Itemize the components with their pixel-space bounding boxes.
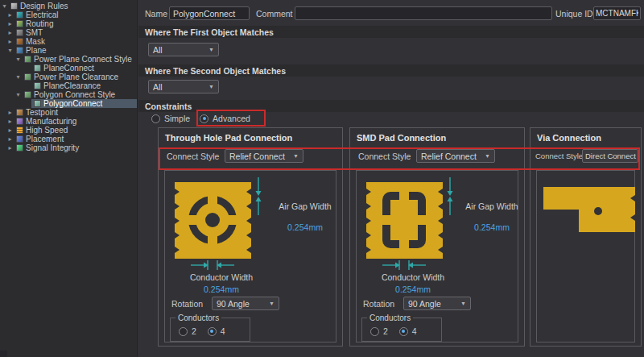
chevron-down-icon: ▼ <box>208 84 214 89</box>
rotation-dropdown[interactable]: 90 Angle ▼ <box>212 297 279 310</box>
chevron-down-icon: ▼ <box>208 47 214 52</box>
advanced-radio-label[interactable]: Advanced <box>213 114 250 123</box>
expand-arrow-icon[interactable]: ▾ <box>1 2 8 10</box>
tree-item-label: PolygonConnect <box>43 99 102 108</box>
tree-item-manufacturing[interactable]: ▸ Manufacturing <box>0 117 137 126</box>
first-match-dropdown[interactable]: All ▼ <box>148 43 219 56</box>
expand-arrow-icon[interactable]: ▸ <box>6 117 14 126</box>
tree-item-routing[interactable]: ▸ Routing <box>0 19 137 28</box>
tree-item-label: Placement <box>26 135 64 143</box>
expand-arrow-icon[interactable]: ▸ <box>6 37 14 46</box>
advanced-radio[interactable] <box>200 114 208 123</box>
connect-style-label: Connect Style <box>358 152 411 161</box>
panel-title: Through Hole Pad Connection <box>165 133 292 143</box>
rule-icon <box>34 100 41 107</box>
tree-item-power-plane-connect-style[interactable]: ▾ Power Plane Connect Style <box>0 55 137 64</box>
tree-item-polygonconnect[interactable]: PolygonConnect <box>0 99 137 108</box>
tree-item-label: Power Plane Connect Style <box>34 55 132 64</box>
smd-relief-diagram <box>360 176 464 274</box>
conductors-4-label[interactable]: 4 <box>221 326 225 336</box>
simple-radio[interactable] <box>151 114 160 123</box>
second-match-dropdown[interactable]: All ▼ <box>148 80 219 93</box>
expand-arrow-icon[interactable]: ▸ <box>6 135 14 143</box>
rule-editor: Name Comment Unique ID Where The First O… <box>138 0 644 357</box>
tree-item-smt[interactable]: ▸ SMT <box>0 28 137 37</box>
routing-icon <box>16 20 23 27</box>
constraints-section-header: Constraints <box>138 100 644 112</box>
rule-icon <box>34 64 41 72</box>
expand-arrow-icon[interactable]: ▸ <box>6 143 14 152</box>
through-hole-pad-connection-panel: Through Hole Pad Connection Connect Styl… <box>158 127 343 347</box>
conductors-2-label[interactable]: 2 <box>383 326 388 336</box>
tree-item-placement[interactable]: ▸ Placement <box>0 135 137 143</box>
expand-arrow-icon[interactable]: ▾ <box>14 55 22 64</box>
conductors-4-radio[interactable] <box>208 327 217 336</box>
signal-integrity-icon <box>16 144 23 152</box>
tree-item-label: SMT <box>26 28 43 37</box>
tree-item-power-plane-clearance[interactable]: ▾ Power Plane Clearance <box>0 73 137 81</box>
simple-radio-label[interactable]: Simple <box>164 114 190 123</box>
tree-item-label: High Speed <box>26 126 68 135</box>
expand-arrow-icon[interactable]: ▸ <box>6 19 14 28</box>
tree-item-signal-integrity[interactable]: ▸ Signal Integrity <box>0 143 137 152</box>
expand-arrow-icon[interactable]: ▸ <box>6 28 14 37</box>
tree-item-label: Electrical <box>26 10 59 19</box>
conductors-4-radio[interactable] <box>399 327 408 336</box>
expand-arrow-icon[interactable]: ▸ <box>6 10 14 19</box>
conductors-2-radio[interactable] <box>370 327 379 336</box>
tree-item-label: Design Rules <box>20 2 68 10</box>
tree-item-testpoint[interactable]: ▸ Testpoint <box>0 108 137 117</box>
tree-item-label: Plane <box>26 46 47 55</box>
expand-arrow-icon[interactable]: ▾ <box>14 73 22 81</box>
rule-type-icon <box>24 56 31 63</box>
expand-arrow-icon[interactable]: ▸ <box>6 108 14 117</box>
connect-style-dropdown[interactable]: Relief Connect ▼ <box>416 149 495 163</box>
connect-style-label: Connect Style <box>167 152 219 161</box>
connect-style-dropdown[interactable]: Relief Connect ▼ <box>225 149 303 163</box>
conductors-2-label[interactable]: 2 <box>192 326 196 336</box>
rule-type-icon <box>24 73 31 81</box>
dropdown-value: All <box>153 45 163 55</box>
tree-item-electrical[interactable]: ▸ Electrical <box>0 10 137 19</box>
comment-label: Comment <box>256 9 293 19</box>
design-rules-icon <box>10 2 18 10</box>
electrical-icon <box>16 11 23 19</box>
tree-item-planeconnect[interactable]: PlaneConnect <box>0 64 137 73</box>
chevron-down-icon: ▼ <box>460 301 466 306</box>
tree-item-planeclearance[interactable]: PlaneClearance <box>0 81 137 90</box>
name-input[interactable] <box>169 6 250 20</box>
tree-item-label: Testpoint <box>26 108 58 117</box>
dropdown-value: Relief Connect <box>229 152 285 161</box>
conductors-groupbox: Conductors 2 4 <box>361 318 442 342</box>
air-gap-width-value: 0.254mm <box>271 222 339 232</box>
tree-item-label: Routing <box>26 19 53 28</box>
tree-item-design-rules[interactable]: ▾ Design Rules <box>0 2 137 10</box>
conductors-4-label[interactable]: 4 <box>412 326 417 336</box>
rotation-dropdown[interactable]: 90 Angle ▼ <box>403 297 471 310</box>
conductor-width-label: Conductor Width <box>173 272 270 282</box>
expand-arrow-icon[interactable]: ▸ <box>6 126 14 135</box>
connection-preview-box <box>536 170 635 342</box>
expand-arrow-icon[interactable]: ▾ <box>14 90 22 99</box>
air-gap-width-label: Air Gap Width <box>458 201 526 211</box>
expand-arrow-icon[interactable]: ▾ <box>6 46 14 55</box>
placement-icon <box>16 135 23 143</box>
testpoint-icon <box>16 109 23 116</box>
rule-icon <box>34 82 41 89</box>
connect-style-dropdown[interactable]: Direct Connect ▼ <box>582 149 638 163</box>
via-connection-panel: Via Connection Connect Style Direct Conn… <box>530 127 642 347</box>
conductors-2-radio[interactable] <box>179 327 188 336</box>
through-hole-relief-diagram <box>168 176 273 274</box>
rotation-label: Rotation <box>363 299 394 309</box>
tree-item-high-speed[interactable]: ▸ High Speed <box>0 126 137 135</box>
scrollbar-corner <box>0 351 7 357</box>
tree-item-plane[interactable]: ▾ Plane <box>0 46 137 55</box>
comment-input[interactable] <box>295 6 552 20</box>
tree-item-mask[interactable]: ▸ Mask <box>0 37 137 46</box>
connect-style-label: Connect Style <box>535 152 583 160</box>
air-gap-width-value: 0.254mm <box>458 222 526 232</box>
tree-item-label: PlaneConnect <box>43 64 94 73</box>
tree-item-polygon-connect-style[interactable]: ▾ Polygon Connect Style <box>0 90 137 99</box>
unique-id-input[interactable] <box>593 6 641 20</box>
chevron-down-icon: ▼ <box>485 153 490 159</box>
